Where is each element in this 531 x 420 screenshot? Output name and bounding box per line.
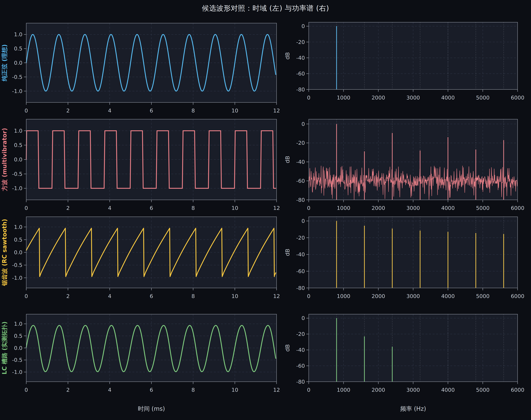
svg-text:4000: 4000 bbox=[441, 387, 455, 393]
svg-text:-1.0: -1.0 bbox=[12, 275, 22, 281]
svg-text:5000: 5000 bbox=[476, 95, 490, 101]
waveform-comparison-figure: 0246810121.00.50.0-0.5-1.0纯正弦 (理想)010002… bbox=[0, 0, 531, 420]
time-axis-label: 时间 (ms) bbox=[138, 405, 165, 412]
svg-text:-0.5: -0.5 bbox=[12, 357, 22, 363]
svg-text:6: 6 bbox=[150, 293, 153, 299]
svg-text:0: 0 bbox=[301, 121, 305, 127]
svg-text:1000: 1000 bbox=[337, 95, 350, 101]
svg-text:3000: 3000 bbox=[406, 205, 420, 211]
svg-text:6: 6 bbox=[150, 107, 153, 114]
svg-text:1.0: 1.0 bbox=[14, 224, 22, 230]
svg-text:1000: 1000 bbox=[337, 293, 350, 299]
svg-text:-60: -60 bbox=[296, 363, 305, 369]
row-label: 锯齿波 (RC sawtooth) bbox=[1, 219, 8, 286]
svg-text:0.5: 0.5 bbox=[14, 237, 22, 243]
svg-text:-80: -80 bbox=[296, 379, 305, 385]
svg-text:4: 4 bbox=[108, 205, 111, 211]
svg-text:-40: -40 bbox=[296, 347, 305, 353]
svg-text:8: 8 bbox=[191, 205, 195, 211]
svg-text:4: 4 bbox=[108, 387, 111, 393]
subplot-spectrum-1: 01000200030004000500060000-20-40-60-80dB bbox=[284, 22, 524, 101]
svg-text:4000: 4000 bbox=[441, 205, 455, 211]
svg-text:4: 4 bbox=[108, 293, 111, 299]
svg-text:3000: 3000 bbox=[406, 95, 420, 101]
row-label: LC 槽路 (实测拓扑) bbox=[1, 321, 8, 374]
svg-text:-20: -20 bbox=[296, 39, 305, 45]
svg-text:-1.0: -1.0 bbox=[12, 88, 22, 94]
svg-text:1000: 1000 bbox=[337, 387, 350, 393]
svg-text:4000: 4000 bbox=[441, 293, 455, 299]
svg-text:10: 10 bbox=[232, 387, 238, 393]
svg-text:0.5: 0.5 bbox=[14, 45, 22, 52]
svg-text:1.0: 1.0 bbox=[14, 128, 22, 134]
svg-text:-40: -40 bbox=[296, 159, 305, 165]
svg-text:0.5: 0.5 bbox=[14, 142, 22, 148]
db-axis-label: dB bbox=[284, 52, 291, 60]
svg-text:0.0: 0.0 bbox=[14, 156, 22, 163]
subplot-spectrum-4: 01000200030004000500060000-20-40-60-80dB… bbox=[284, 314, 524, 412]
svg-text:2: 2 bbox=[66, 107, 70, 114]
svg-text:-20: -20 bbox=[296, 140, 305, 146]
db-axis-label: dB bbox=[284, 249, 291, 256]
svg-text:-0.5: -0.5 bbox=[12, 171, 22, 177]
svg-text:5000: 5000 bbox=[476, 205, 490, 211]
svg-text:12: 12 bbox=[273, 293, 280, 299]
svg-text:0: 0 bbox=[25, 205, 28, 211]
svg-text:-60: -60 bbox=[296, 178, 305, 184]
svg-text:4000: 4000 bbox=[441, 95, 455, 101]
svg-text:5000: 5000 bbox=[476, 387, 490, 393]
svg-text:0: 0 bbox=[301, 218, 305, 224]
svg-text:0: 0 bbox=[307, 387, 311, 393]
svg-text:8: 8 bbox=[191, 293, 195, 299]
svg-text:3000: 3000 bbox=[406, 387, 420, 393]
svg-text:2000: 2000 bbox=[372, 205, 385, 211]
svg-text:6000: 6000 bbox=[511, 293, 524, 299]
subplot-time-2: 0246810121.00.50.0-0.5-1.0方波 (multivibra… bbox=[1, 119, 280, 211]
svg-text:6000: 6000 bbox=[511, 387, 524, 393]
svg-text:6: 6 bbox=[150, 205, 153, 211]
svg-text:8: 8 bbox=[191, 387, 195, 393]
svg-text:1.0: 1.0 bbox=[14, 321, 22, 327]
svg-text:-80: -80 bbox=[296, 197, 305, 203]
svg-text:-20: -20 bbox=[296, 331, 305, 337]
svg-text:0: 0 bbox=[25, 107, 28, 114]
svg-text:3000: 3000 bbox=[406, 293, 420, 299]
svg-text:0.0: 0.0 bbox=[14, 60, 22, 66]
svg-text:0: 0 bbox=[25, 293, 28, 299]
svg-text:-0.5: -0.5 bbox=[12, 262, 22, 268]
svg-text:12: 12 bbox=[273, 387, 280, 393]
svg-text:-60: -60 bbox=[296, 71, 305, 77]
svg-text:0: 0 bbox=[307, 205, 311, 211]
svg-text:-0.5: -0.5 bbox=[12, 74, 22, 80]
svg-text:0.0: 0.0 bbox=[14, 249, 22, 255]
freq-axis-label: 频率 (Hz) bbox=[400, 405, 426, 412]
svg-text:0: 0 bbox=[301, 315, 305, 321]
svg-text:-1.0: -1.0 bbox=[12, 185, 22, 191]
svg-text:1000: 1000 bbox=[337, 205, 350, 211]
db-axis-label: dB bbox=[284, 156, 291, 163]
svg-text:12: 12 bbox=[273, 107, 280, 114]
svg-text:-20: -20 bbox=[296, 235, 305, 241]
svg-text:10: 10 bbox=[232, 107, 238, 114]
svg-text:-40: -40 bbox=[296, 55, 305, 61]
svg-text:0: 0 bbox=[307, 293, 311, 299]
svg-text:2: 2 bbox=[66, 387, 70, 393]
svg-text:1.0: 1.0 bbox=[14, 31, 22, 37]
subplot-time-1: 0246810121.00.50.0-0.5-1.0纯正弦 (理想) bbox=[1, 23, 280, 114]
subplot-spectrum-3: 01000200030004000500060000-20-40-60-80dB bbox=[284, 217, 524, 299]
svg-text:5000: 5000 bbox=[476, 293, 490, 299]
svg-text:6000: 6000 bbox=[511, 205, 524, 211]
db-axis-label: dB bbox=[284, 344, 291, 352]
svg-text:6: 6 bbox=[150, 387, 153, 393]
svg-text:0.0: 0.0 bbox=[14, 345, 22, 351]
svg-text:0: 0 bbox=[307, 95, 311, 101]
svg-text:2000: 2000 bbox=[372, 95, 385, 101]
svg-text:2: 2 bbox=[66, 293, 70, 299]
svg-text:4: 4 bbox=[108, 107, 111, 114]
svg-text:10: 10 bbox=[232, 293, 238, 299]
svg-text:0: 0 bbox=[25, 387, 28, 393]
row-label: 方波 (multivibrator) bbox=[1, 128, 8, 191]
svg-text:8: 8 bbox=[191, 107, 195, 114]
svg-text:0.5: 0.5 bbox=[14, 333, 22, 339]
svg-text:2000: 2000 bbox=[372, 293, 385, 299]
